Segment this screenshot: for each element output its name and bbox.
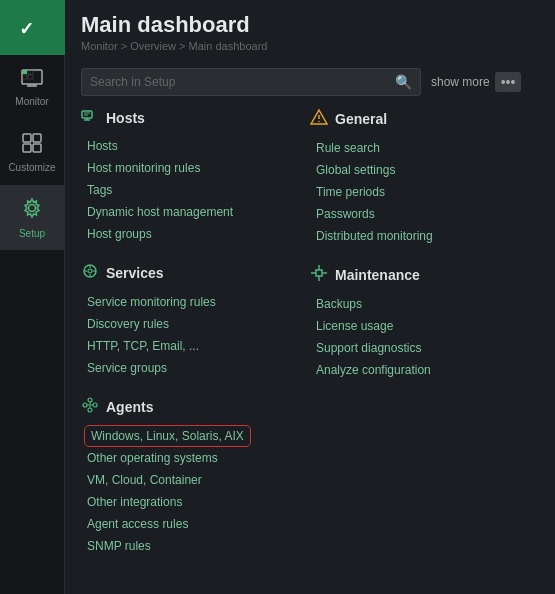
show-more-label: show more xyxy=(431,75,490,89)
svg-point-34 xyxy=(318,121,320,123)
list-item: Windows, Linux, Solaris, AIX xyxy=(85,424,310,446)
list-item: Host groups xyxy=(85,222,310,244)
service-monitoring-rules-link[interactable]: Service monitoring rules xyxy=(87,295,216,309)
svg-point-21 xyxy=(88,269,92,273)
list-item: Other integrations xyxy=(85,490,310,512)
snmp-rules-link[interactable]: SNMP rules xyxy=(87,539,151,553)
hosts-section-header: Hosts xyxy=(81,108,310,128)
customize-icon xyxy=(22,133,42,158)
svg-point-27 xyxy=(88,398,92,402)
search-container: 🔍 xyxy=(81,68,421,96)
left-column: Hosts Hosts Host monitoring rules Tags D… xyxy=(81,108,310,578)
services-icon xyxy=(81,262,99,284)
time-periods-link[interactable]: Time periods xyxy=(316,185,385,199)
list-item: Distributed monitoring xyxy=(314,224,539,246)
agents-section-header: Agents xyxy=(81,396,310,418)
list-item: Time periods xyxy=(314,180,539,202)
svg-rect-11 xyxy=(33,134,41,142)
hosts-link[interactable]: Hosts xyxy=(87,139,118,153)
list-item: Discovery rules xyxy=(85,312,310,334)
vm-cloud-container-link[interactable]: VM, Cloud, Container xyxy=(87,473,202,487)
host-groups-link[interactable]: Host groups xyxy=(87,227,152,241)
sidebar-monitor-label: Monitor xyxy=(15,96,48,107)
show-more-button[interactable]: show more ••• xyxy=(431,72,521,92)
setup-icon xyxy=(21,197,43,224)
passwords-link[interactable]: Passwords xyxy=(316,207,375,221)
sidebar-setup-label: Setup xyxy=(19,228,45,239)
list-item: License usage xyxy=(314,314,539,336)
search-input[interactable] xyxy=(90,75,389,89)
page-title: Main dashboard xyxy=(81,12,539,38)
general-section: General Rule search Global settings Time… xyxy=(310,108,539,246)
agents-icon xyxy=(81,396,99,418)
list-item: Service groups xyxy=(85,356,310,378)
svg-rect-3 xyxy=(22,70,27,74)
hosts-section-title: Hosts xyxy=(106,110,145,126)
sidebar-item-setup[interactable]: Setup xyxy=(0,185,65,250)
general-icon xyxy=(310,108,328,130)
list-item: Agent access rules xyxy=(85,512,310,534)
breadcrumb: Monitor > Overview > Main dashboard xyxy=(81,40,539,52)
maintenance-section: Maintenance Backups License usage Suppor… xyxy=(310,264,539,380)
page-header: Main dashboard Monitor > Overview > Main… xyxy=(65,0,555,60)
tags-link[interactable]: Tags xyxy=(87,183,112,197)
backups-link[interactable]: Backups xyxy=(316,297,362,311)
other-os-link[interactable]: Other operating systems xyxy=(87,451,218,465)
list-item: Host monitoring rules xyxy=(85,156,310,178)
list-item: Global settings xyxy=(314,158,539,180)
sidebar-customize-label: Customize xyxy=(8,162,55,173)
list-item: Service monitoring rules xyxy=(85,290,310,312)
search-row: 🔍 show more ••• xyxy=(65,60,555,104)
list-item: Dynamic host management xyxy=(85,200,310,222)
rule-search-link[interactable]: Rule search xyxy=(316,141,380,155)
svg-text:✓: ✓ xyxy=(19,19,34,39)
global-settings-link[interactable]: Global settings xyxy=(316,163,395,177)
list-item: Analyze configuration xyxy=(314,358,539,380)
svg-point-14 xyxy=(29,204,36,211)
list-item: SNMP rules xyxy=(85,534,310,556)
agents-section: Agents Windows, Linux, Solaris, AIX Othe… xyxy=(81,396,310,556)
svg-rect-12 xyxy=(23,144,31,152)
host-monitoring-rules-link[interactable]: Host monitoring rules xyxy=(87,161,200,175)
setup-content: Hosts Hosts Host monitoring rules Tags D… xyxy=(65,104,555,594)
show-more-dots[interactable]: ••• xyxy=(495,72,522,92)
license-usage-link[interactable]: License usage xyxy=(316,319,393,333)
dynamic-host-management-link[interactable]: Dynamic host management xyxy=(87,205,233,219)
svg-point-28 xyxy=(93,403,97,407)
support-diagnostics-link[interactable]: Support diagnostics xyxy=(316,341,421,355)
checkmk-logo-icon: ✓ xyxy=(14,10,50,46)
general-items: Rule search Global settings Time periods… xyxy=(310,136,539,246)
distributed-monitoring-link[interactable]: Distributed monitoring xyxy=(316,229,433,243)
list-item: Tags xyxy=(85,178,310,200)
service-groups-link[interactable]: Service groups xyxy=(87,361,167,375)
list-item: HTTP, TCP, Email, ... xyxy=(85,334,310,356)
sidebar-item-monitor[interactable]: Monitor xyxy=(0,55,65,120)
services-section-title: Services xyxy=(106,265,164,281)
svg-rect-6 xyxy=(28,75,33,79)
list-item: Hosts xyxy=(85,134,310,156)
list-item: Passwords xyxy=(314,202,539,224)
other-integrations-link[interactable]: Other integrations xyxy=(87,495,182,509)
svg-point-29 xyxy=(88,408,92,412)
windows-linux-solaris-aix-link[interactable]: Windows, Linux, Solaris, AIX xyxy=(87,428,248,444)
sidebar: ✓ Monitor Customi xyxy=(0,0,65,594)
sidebar-item-customize[interactable]: Customize xyxy=(0,120,65,185)
discovery-rules-link[interactable]: Discovery rules xyxy=(87,317,169,331)
monitor-icon xyxy=(21,69,43,92)
general-section-title: General xyxy=(335,111,387,127)
analyze-configuration-link[interactable]: Analyze configuration xyxy=(316,363,431,377)
maintenance-icon xyxy=(310,264,328,286)
list-item: Support diagnostics xyxy=(314,336,539,358)
svg-rect-13 xyxy=(33,144,41,152)
agent-access-rules-link[interactable]: Agent access rules xyxy=(87,517,188,531)
http-tcp-email-link[interactable]: HTTP, TCP, Email, ... xyxy=(87,339,199,353)
agents-section-title: Agents xyxy=(106,399,153,415)
maintenance-section-title: Maintenance xyxy=(335,267,420,283)
hosts-icon xyxy=(81,108,99,128)
agents-items: Windows, Linux, Solaris, AIX Other opera… xyxy=(81,424,310,556)
app-logo[interactable]: ✓ xyxy=(0,0,65,55)
list-item: Other operating systems xyxy=(85,446,310,468)
maintenance-items: Backups License usage Support diagnostic… xyxy=(310,292,539,380)
hosts-items: Hosts Host monitoring rules Tags Dynamic… xyxy=(81,134,310,244)
services-items: Service monitoring rules Discovery rules… xyxy=(81,290,310,378)
